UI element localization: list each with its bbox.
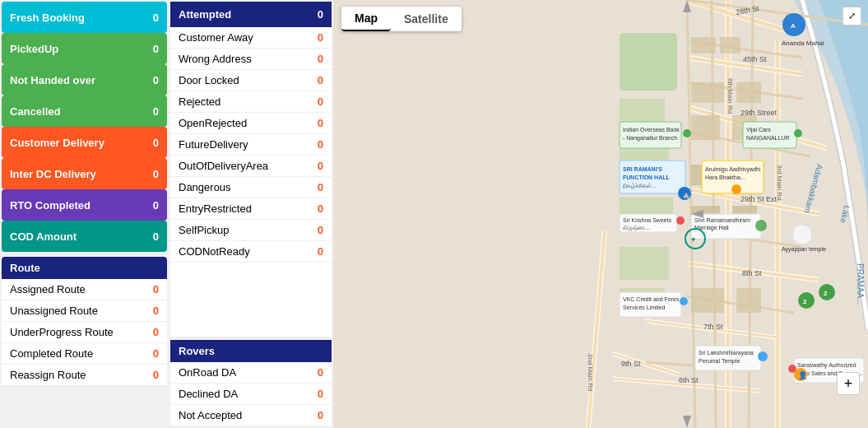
stat-tile-value: 0 [153,230,159,243]
svg-rect-34 [720,37,740,54]
stat-tile-cancelled[interactable]: Cancelled 0 [2,95,167,127]
stat-tile-inter-dc-delivery[interactable]: Inter DC Delivery 0 [2,158,167,189]
map-tab-satellite[interactable]: Satellite [391,7,462,31]
attempted-item[interactable]: OpenRejected 0 [170,113,332,134]
attempted-item[interactable]: Rejected 0 [170,91,332,113]
attempted-item[interactable]: CODNotReady 0 [170,241,332,263]
attempted-item-label: CODNotReady [179,245,250,258]
attempted-item-count: 0 [318,53,323,65]
attempted-item[interactable]: Dangerous 0 [170,177,332,198]
svg-text:Hara Bhaktha...: Hara Bhaktha... [705,174,745,180]
stat-tile-label: Inter DC Delivery [10,168,96,180]
map-svg: 28th St 45th St 29th Street 29th St Ext … [333,0,868,428]
attempted-item-count: 0 [318,224,323,236]
svg-text:9th St: 9th St [621,360,641,368]
svg-text:8th St: 8th St [742,269,762,277]
attempted-item[interactable]: SelfPickup 0 [170,220,332,241]
attempted-item-label: Rejected [179,95,220,108]
attempted-item-label: Door Locked [179,74,239,86]
stat-tile-label: RTO Completed [10,199,91,212]
route-list: Assigned Route 0 Unassigned Route 0 Unde… [2,279,167,386]
svg-text:Saraswathy Authorized: Saraswathy Authorized [797,362,856,369]
stat-tile-label: COD Amount [10,230,77,243]
svg-text:7th St: 7th St [703,323,723,331]
stat-tile-cod-amount[interactable]: COD Amount 0 [2,221,167,252]
route-item-label: Completed Route [10,347,93,360]
stat-tile-value: 0 [153,137,159,149]
svg-text:VKC Credit and Forex: VKC Credit and Forex [623,296,680,302]
svg-rect-43 [691,288,724,313]
svg-point-71 [683,129,691,137]
attempted-item-count: 0 [318,117,323,129]
stat-tile-rto-completed[interactable]: RTO Completed 0 [2,189,167,221]
stat-tile-pickedup[interactable]: PickedUp 0 [2,33,167,64]
attempted-item-label: Dangerous [179,181,231,193]
attempted-item[interactable]: Wrong Address 0 [170,49,332,70]
svg-text:29th St Ext: 29th St Ext [740,195,777,203]
svg-text:Services Limited: Services Limited [623,305,665,310]
rovers-item[interactable]: Not Accepted 0 [170,405,332,426]
route-item[interactable]: Unassigned Route 0 [2,300,167,322]
svg-point-87 [676,216,685,225]
svg-rect-33 [691,37,716,54]
attempted-label: Attempted [179,8,231,21]
map-tab-map[interactable]: Map [341,7,391,31]
attempted-item-label: FutureDelivery [179,138,248,151]
rovers-item[interactable]: Declined DA 0 [170,384,332,405]
stat-tile-label: Not Handed over [10,74,95,86]
fullscreen-button[interactable]: ⤢ [842,7,861,26]
attempted-item-count: 0 [318,31,323,44]
svg-rect-50 [620,33,677,91]
svg-text:Arulmigu Aadhivyadhi: Arulmigu Aadhivyadhi [705,166,761,173]
svg-point-91 [755,220,767,231]
route-section-header: Route [2,257,167,279]
stat-tile-value: 0 [153,12,159,24]
route-item-label: UnderProgress Route [10,326,114,338]
attempted-item[interactable]: EntryRestricted 0 [170,198,332,220]
attempted-item[interactable]: OutOfDeliveryArea 0 [170,156,332,177]
attempted-item[interactable]: Door Locked 0 [170,70,332,91]
stat-tile-not-handed-over[interactable]: Not Handed over 0 [2,64,167,95]
svg-text:45th St: 45th St [743,55,767,63]
attempted-item-count: 0 [318,202,323,215]
attempted-item[interactable]: Customer Away 0 [170,27,332,49]
route-item-label: Assigned Route [10,283,86,295]
route-item[interactable]: Reassign Route 0 [2,365,167,386]
rovers-item[interactable]: OnRoad DA 0 [170,362,332,384]
rovers-item-label: OnRoad DA [179,366,236,379]
svg-rect-44 [736,288,761,313]
attempted-item-label: OutOfDeliveryArea [179,160,268,172]
svg-text:NANGANALLUR: NANGANALLUR [746,135,790,141]
rovers-item-count: 0 [318,388,323,400]
svg-text:⛪: ⛪ [682,190,690,198]
svg-text:Perumal Temple: Perumal Temple [699,358,740,365]
svg-text:6th Main Rd: 6th Main Rd [726,78,734,114]
stat-tile-fresh-booking[interactable]: Fresh Booking 0 [2,2,167,33]
attempted-item[interactable]: FutureDelivery 0 [170,134,332,156]
route-item[interactable]: UnderProgress Route 0 [2,322,167,343]
route-item[interactable]: Assigned Route 0 [2,279,167,300]
svg-text:29th Street: 29th Street [740,109,777,117]
svg-text:2: 2 [824,290,828,297]
zoom-in-button[interactable]: + [837,372,860,395]
rovers-item-count: 0 [318,409,323,421]
svg-rect-45 [620,247,669,280]
svg-text:Vijai Cars: Vijai Cars [746,127,771,133]
attempted-item-count: 0 [318,245,323,258]
route-item-count: 0 [153,326,159,338]
svg-text:6th St: 6th St [679,376,699,384]
route-item-count: 0 [153,305,159,317]
svg-rect-37 [691,115,720,140]
attempted-item-count: 0 [318,74,323,86]
route-item[interactable]: Completed Route 0 [2,343,167,365]
rovers-section: Rovers OnRoad DA 0 Declined DA 0 Not Acc… [170,340,332,426]
svg-text:2nd Main Rd: 2nd Main Rd [587,354,594,391]
svg-text:Sri Krishna Sweets: Sri Krishna Sweets [623,217,672,223]
svg-text:கிருஷ்ண...: கிருஷ்ண... [623,225,650,231]
stat-tile-customer-delivery[interactable]: Customer Delivery 0 [2,127,167,158]
stat-tile-value: 0 [153,43,159,55]
svg-text:A: A [791,22,796,30]
svg-text:✦: ✦ [690,235,697,244]
stat-tile-value: 0 [153,168,159,180]
attempted-list: Customer Away 0 Wrong Address 0 Door Loc… [170,27,332,337]
